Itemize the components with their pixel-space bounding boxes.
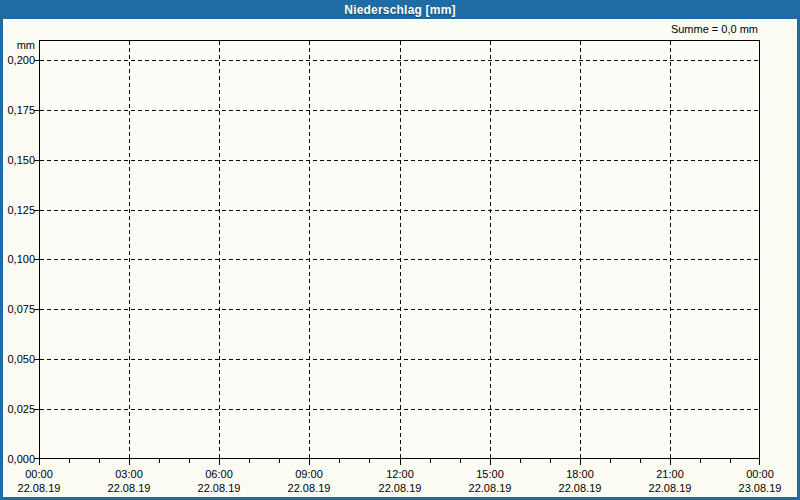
x-axis-time-label: 00:00 — [728, 468, 792, 480]
x-axis-minor-tick — [249, 459, 250, 463]
x-axis-date-label: 22.08.19 — [97, 482, 161, 494]
x-axis-major-tick — [580, 459, 581, 465]
x-axis-major-tick — [490, 459, 491, 465]
x-axis-time-label: 00:00 — [7, 468, 71, 480]
x-axis-major-tick — [309, 459, 310, 465]
x-axis-major-tick — [759, 459, 760, 465]
x-axis-time-label: 09:00 — [277, 468, 341, 480]
sum-annotation: Summe = 0,0 mm — [508, 23, 758, 35]
x-axis-time-label: 18:00 — [548, 468, 612, 480]
x-axis-minor-tick — [640, 459, 641, 463]
window-titlebar: Niederschlag [mm] — [0, 0, 800, 19]
x-axis-time-label: 12:00 — [368, 468, 432, 480]
y-axis-tick-label: 0,075 — [0, 303, 35, 316]
x-axis-major-tick — [400, 459, 401, 465]
y-axis-tick-label: 0,000 — [0, 453, 35, 466]
vertical-gridline — [580, 41, 581, 458]
x-axis-minor-tick — [430, 459, 431, 463]
vertical-gridline — [400, 41, 401, 458]
window-title: Niederschlag [mm] — [344, 3, 455, 17]
x-axis-minor-tick — [520, 459, 521, 463]
x-axis-major-tick — [129, 459, 130, 465]
y-axis-unit-label: mm — [0, 39, 35, 51]
x-axis-minor-tick — [369, 459, 370, 463]
chart-window: Niederschlag [mm] Summe = 0,0 mm mm 0,20… — [0, 0, 800, 500]
x-axis-date-label: 22.08.19 — [638, 482, 702, 494]
x-axis-date-label: 22.08.19 — [277, 482, 341, 494]
x-axis-date-label: 22.08.19 — [548, 482, 612, 494]
y-axis-line — [39, 40, 40, 459]
x-axis-major-tick — [670, 459, 671, 465]
x-axis-major-tick — [39, 459, 40, 465]
vertical-gridline — [309, 41, 310, 458]
x-axis-time-label: 03:00 — [97, 468, 161, 480]
x-axis-date-label: 22.08.19 — [368, 482, 432, 494]
x-axis-minor-tick — [460, 459, 461, 463]
x-axis-time-label: 15:00 — [458, 468, 522, 480]
x-axis-time-label: 06:00 — [187, 468, 251, 480]
vertical-gridline — [219, 41, 220, 458]
vertical-gridline — [129, 41, 130, 458]
x-axis-date-label: 22.08.19 — [187, 482, 251, 494]
vertical-gridline — [670, 41, 671, 458]
x-axis-date-label: 23.08.19 — [728, 482, 792, 494]
x-axis-minor-tick — [189, 459, 190, 463]
x-axis-minor-tick — [730, 459, 731, 463]
y-axis-tick-label: 0,050 — [0, 353, 35, 366]
x-axis-minor-tick — [279, 459, 280, 463]
x-axis-minor-tick — [159, 459, 160, 463]
y-axis-tick-label: 0,100 — [0, 253, 35, 266]
y-axis-tick-label: 0,025 — [0, 403, 35, 416]
y-axis-tick-label: 0,175 — [0, 104, 35, 117]
x-axis-minor-tick — [610, 459, 611, 463]
plot-area — [39, 40, 760, 459]
x-axis-minor-tick — [99, 459, 100, 463]
x-axis-minor-tick — [550, 459, 551, 463]
x-axis-date-label: 22.08.19 — [7, 482, 71, 494]
x-axis-major-tick — [219, 459, 220, 465]
y-axis-tick-label: 0,150 — [0, 154, 35, 167]
y-axis-tick-label: 0,125 — [0, 204, 35, 217]
y-axis-tick-label: 0,200 — [0, 54, 35, 67]
x-axis-date-label: 22.08.19 — [458, 482, 522, 494]
x-axis-minor-tick — [69, 459, 70, 463]
x-axis-minor-tick — [339, 459, 340, 463]
plot-border-right — [759, 40, 760, 459]
x-axis-time-label: 21:00 — [638, 468, 702, 480]
x-axis-minor-tick — [700, 459, 701, 463]
vertical-gridline — [490, 41, 491, 458]
